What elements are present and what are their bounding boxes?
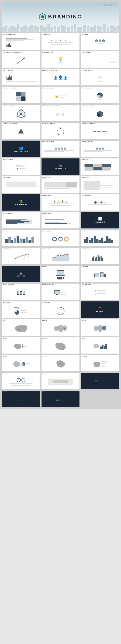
slide-thumb-26[interactable]: Portfolio 4 bbox=[41, 176, 80, 193]
slide-thumb-39[interactable]: Charts Mixed bbox=[81, 248, 119, 264]
svg-point-50 bbox=[16, 115, 18, 116]
rating-svg bbox=[56, 306, 66, 315]
slide-thumb-21[interactable]: Meet the Squad 3 bbox=[81, 140, 119, 157]
slide-thumb-15[interactable]: Cubic Infographic bbox=[81, 105, 119, 122]
slide-thumb-31[interactable]: Our Services 4 bbox=[2, 212, 40, 229]
slide-thumb-23[interactable]: 📷 PORTFOLIO bbox=[41, 158, 80, 175]
slide-thumb-37[interactable]: Charts Line bbox=[2, 248, 40, 264]
slide-thumb-28[interactable]: 🌿 OUR SERVICES bbox=[2, 194, 40, 211]
slide-thumb-60[interactable]: Misc 3 bbox=[81, 373, 119, 390]
slide-thumb-27[interactable]: Portfolio 5 bbox=[81, 176, 119, 193]
svg-rect-64 bbox=[98, 255, 99, 261]
slide-thumb-7[interactable]: First Overview bbox=[2, 69, 40, 86]
map-pie-svg bbox=[13, 361, 20, 368]
slide-thumb-44[interactable]: Mac & Devices Inc bbox=[41, 283, 80, 300]
svg-point-75 bbox=[18, 329, 18, 330]
slide-thumb-12[interactable]: Our Structure bbox=[81, 87, 119, 104]
slide-thumb-59[interactable]: Misc 2 bbox=[41, 373, 80, 390]
slide-thumb-10[interactable]: Puzzle Infographic bbox=[2, 87, 40, 104]
cityscape-svg bbox=[2, 23, 119, 32]
svg-rect-8 bbox=[17, 24, 19, 32]
slide-thumb-29[interactable]: Our Services 2 ⚙️ ⭐ 🎓 bbox=[41, 194, 80, 211]
slide-thumb-4[interactable]: Five Steps To Create A Plan bbox=[2, 51, 40, 68]
svg-point-79 bbox=[59, 330, 62, 332]
svg-rect-34 bbox=[103, 24, 106, 32]
slide-thumb-8[interactable]: Business Of Expertise 👤 👤 👤 bbox=[41, 69, 80, 86]
slide-thumb-57[interactable]: Maps 10 bbox=[81, 355, 119, 372]
slide-thumb-16[interactable]: Diamond Infographic bbox=[2, 122, 40, 139]
svg-rect-17 bbox=[48, 24, 50, 32]
slide-thumb-13[interactable]: Circle Infographic bbox=[2, 105, 40, 122]
small-map-svg bbox=[93, 343, 100, 349]
svg-rect-36 bbox=[110, 26, 114, 32]
svg-point-73 bbox=[20, 328, 20, 328]
svg-rect-5 bbox=[8, 28, 10, 32]
svg-rect-12 bbox=[30, 25, 33, 32]
svg-rect-38 bbox=[116, 26, 119, 32]
svg-rect-10 bbox=[23, 26, 27, 32]
slide-thumb-18[interactable]: Arrow Infographic bbox=[81, 122, 119, 139]
svg-rect-6 bbox=[10, 26, 14, 32]
svg-rect-62 bbox=[94, 258, 96, 261]
slide-thumb-9[interactable]: E-Mail Marketing ✉️ bbox=[81, 69, 119, 86]
slide-thumb-52[interactable]: Maps 5 bbox=[2, 337, 40, 354]
slide-thumb-22[interactable]: Meet the Squad 4 bbox=[2, 158, 40, 175]
slide-thumb-30[interactable]: Our Services 3 bbox=[81, 194, 119, 211]
slide-thumb-43[interactable]: Mobile Overview bbox=[2, 283, 40, 300]
slide-thumb-33[interactable]: 📊 CHARTS bbox=[81, 212, 119, 229]
svg-rect-19 bbox=[54, 26, 56, 32]
slide-thumb-42[interactable]: Devices 3 bbox=[81, 266, 119, 282]
hero-brand: BRANDING bbox=[39, 13, 82, 20]
brand-logo-icon bbox=[39, 13, 46, 20]
slide-thumb-58[interactable]: Misc 1 bbox=[2, 373, 40, 390]
slide-thumb-34[interactable]: Charts Bar bbox=[2, 230, 40, 246]
svg-rect-15 bbox=[40, 25, 43, 32]
svg-point-74 bbox=[22, 327, 23, 328]
slide-thumb-47[interactable]: Our Rating 2 bbox=[41, 301, 80, 318]
slide-thumb-35[interactable]: Charts Donut bbox=[41, 230, 80, 246]
svg-rect-4 bbox=[5, 25, 8, 32]
slide-thumb-51[interactable]: Maps 4 bbox=[81, 319, 119, 336]
slide-thumb-11[interactable]: Business Meeting 🤝 bbox=[41, 87, 80, 104]
area-chart-svg bbox=[44, 252, 77, 261]
slide-thumb-38[interactable]: Charts Area bbox=[41, 248, 80, 264]
slide-thumb-32[interactable]: Our Services 5 bbox=[41, 212, 80, 229]
svg-point-47 bbox=[20, 113, 22, 115]
slide-thumb-19[interactable]: 👥 MEET THE SQUAD bbox=[2, 140, 40, 157]
slide-thumb-54[interactable]: Maps 7 bbox=[81, 337, 119, 354]
slide-thumb-6[interactable]: Our Business bbox=[81, 51, 119, 68]
svg-point-86 bbox=[99, 330, 102, 332]
svg-point-91 bbox=[62, 364, 62, 364]
slide-thumb-62[interactable]: Misc 5 bbox=[41, 390, 80, 407]
slide-thumb-20[interactable]: Meet the Squad 2 bbox=[41, 140, 80, 157]
slide-thumb-49[interactable]: Maps 2 bbox=[2, 319, 40, 336]
usa-map-svg bbox=[14, 324, 28, 333]
slide-thumb-53[interactable]: Maps 6 bbox=[41, 337, 80, 354]
svg-point-72 bbox=[59, 309, 62, 313]
slide-thumb-24[interactable]: Portfolio 2 bbox=[81, 158, 119, 175]
svg-point-56 bbox=[60, 128, 62, 130]
svg-point-42 bbox=[19, 61, 20, 62]
svg-point-89 bbox=[94, 344, 99, 348]
slide-thumb-17[interactable]: Cycle Infographic bbox=[41, 122, 80, 139]
slide-thumb-1[interactable]: Business Manager bbox=[2, 33, 40, 50]
svg-rect-30 bbox=[90, 27, 94, 32]
slide-thumb-5[interactable]: Your Simple Idea 💡 bbox=[41, 51, 80, 68]
slide-thumb-41[interactable]: Devices 2 bbox=[41, 266, 80, 282]
slide-thumb-48[interactable]: 📍 MAPS bbox=[81, 301, 119, 318]
slide-thumb-61[interactable]: Misc 4 bbox=[2, 390, 40, 407]
slide-thumb-56[interactable]: Maps 9 bbox=[41, 355, 80, 372]
slide-thumb-3[interactable]: Our Team bbox=[81, 33, 119, 50]
slide-thumb-40[interactable]: 💻 DEVICES bbox=[2, 266, 40, 282]
svg-point-48 bbox=[20, 110, 22, 111]
slide-thumb-45[interactable]: Our Features 📋 🔧 bbox=[81, 283, 119, 300]
slide-thumb-50[interactable]: Maps 3 bbox=[41, 319, 80, 336]
slide-thumb-25[interactable]: Portfolio 3 bbox=[2, 176, 40, 193]
hero-banner: BRANDING bbox=[2, 2, 119, 32]
slide-thumb-46[interactable]: Our Rating 76% bbox=[2, 301, 40, 318]
slide-thumb-36[interactable]: Charts Bar 2 bbox=[81, 230, 119, 246]
slide-thumb-2[interactable]: Our Agenda bbox=[41, 33, 80, 50]
slide-thumb-55[interactable]: Maps 8 bbox=[2, 355, 40, 372]
svg-point-82 bbox=[64, 328, 64, 328]
slide-thumb-14[interactable]: Content Process Infographic 🛒 → 🛒 bbox=[41, 105, 80, 122]
